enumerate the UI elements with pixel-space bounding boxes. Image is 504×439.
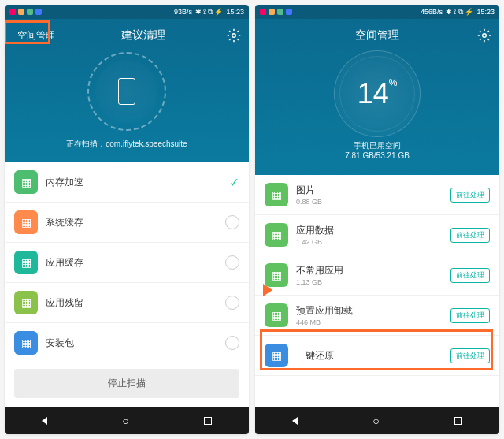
item-size: 0.88 GB [296, 198, 443, 206]
radio-icon[interactable] [225, 215, 239, 229]
nav-recent[interactable] [204, 417, 212, 425]
svg-point-0 [232, 34, 236, 38]
arrow-annotation [236, 279, 274, 304]
cleanup-item[interactable]: ▦应用缓存 [5, 243, 249, 283]
svg-point-1 [483, 34, 487, 38]
radio-icon[interactable] [225, 336, 239, 350]
category-icon: ▦ [14, 210, 38, 234]
cleanup-item[interactable]: ▦内存加速✓ [5, 162, 249, 203]
storage-item[interactable]: ▦图片0.88 GB前往处理 [255, 175, 499, 215]
status-bar: 93B/s✱ ⟟ ⧉ ⚡15:23 [5, 5, 249, 19]
highlight-tab [5, 20, 50, 44]
item-label: 预置应用卸载 [296, 304, 443, 318]
phone-icon [118, 78, 135, 105]
item-label: 应用缓存 [46, 256, 217, 270]
phone-left: 93B/s✱ ⟟ ⧉ ⚡15:23 空间管理 建议清理 正在扫描：com.ifl… [5, 5, 249, 434]
nav-recent[interactable] [454, 417, 462, 425]
go-handle-button[interactable]: 前往处理 [450, 188, 490, 203]
category-icon: ▦ [14, 170, 38, 194]
header-left: 空间管理 建议清理 正在扫描：com.iflytek.speechsuite [5, 19, 249, 162]
category-icon: ▦ [265, 303, 288, 327]
phone-right: 456B/s✱ ⟟ ⧉ ⚡15:23 空间管理 14% 手机已用空间 7.81 … [255, 5, 499, 434]
cleanup-item[interactable]: ▦安装包 [5, 323, 249, 359]
item-label: 不常用应用 [296, 264, 443, 277]
item-label: 系统缓存 [46, 216, 217, 229]
item-size: 1.42 GB [296, 238, 443, 246]
nav-bar: ○ [5, 407, 249, 434]
page-title: 空间管理 [277, 28, 477, 43]
item-label: 内存加速 [46, 176, 221, 189]
stop-scan-button[interactable]: 停止扫描 [14, 369, 239, 398]
nav-home[interactable]: ○ [372, 415, 379, 427]
category-icon: ▦ [14, 251, 38, 274]
item-label: 应用数据 [296, 224, 443, 237]
check-icon: ✓ [229, 175, 239, 190]
usage-dial: 14% [334, 50, 421, 137]
go-handle-button[interactable]: 前往处理 [450, 308, 490, 323]
item-label: 安装包 [46, 337, 217, 350]
storage-item[interactable]: ▦不常用应用1.13 GB前往处理 [255, 255, 499, 296]
storage-list: ▦图片0.88 GB前往处理▦应用数据1.42 GB前往处理▦不常用应用1.13… [255, 175, 499, 407]
category-icon: ▦ [14, 331, 38, 355]
scan-status: 正在扫描：com.iflytek.speechsuite [66, 139, 187, 150]
scan-dial [87, 52, 166, 131]
storage-label: 手机已用空间 7.81 GB/53.21 GB [345, 140, 410, 160]
category-icon: ▦ [265, 223, 288, 247]
category-icon: ▦ [265, 183, 288, 206]
go-handle-button[interactable]: 前往处理 [450, 228, 490, 243]
page-title: 建议清理 [60, 28, 227, 43]
category-icon: ▦ [14, 291, 38, 314]
cleanup-list: ▦内存加速✓▦系统缓存▦应用缓存▦应用残留▦安装包 [5, 162, 249, 359]
radio-icon[interactable] [225, 255, 239, 270]
highlight-preinstalled [260, 329, 493, 370]
nav-bar: ○ [255, 407, 499, 434]
nav-back[interactable] [292, 417, 298, 425]
status-bar: 456B/s✱ ⟟ ⧉ ⚡15:23 [255, 5, 499, 19]
item-label: 应用残留 [46, 296, 217, 310]
storage-item[interactable]: ▦应用数据1.42 GB前往处理 [255, 215, 499, 255]
settings-icon[interactable] [477, 28, 491, 43]
cleanup-item[interactable]: ▦应用残留 [5, 283, 249, 323]
go-handle-button[interactable]: 前往处理 [450, 268, 490, 283]
settings-icon[interactable] [227, 28, 241, 43]
cleanup-item[interactable]: ▦系统缓存 [5, 203, 249, 243]
nav-home[interactable]: ○ [122, 415, 128, 427]
item-size: 446 MB [296, 318, 443, 326]
nav-back[interactable] [42, 417, 47, 425]
item-label: 图片 [296, 184, 443, 197]
header-right: 空间管理 14% 手机已用空间 7.81 GB/53.21 GB [255, 19, 499, 175]
item-size: 1.13 GB [296, 278, 443, 286]
